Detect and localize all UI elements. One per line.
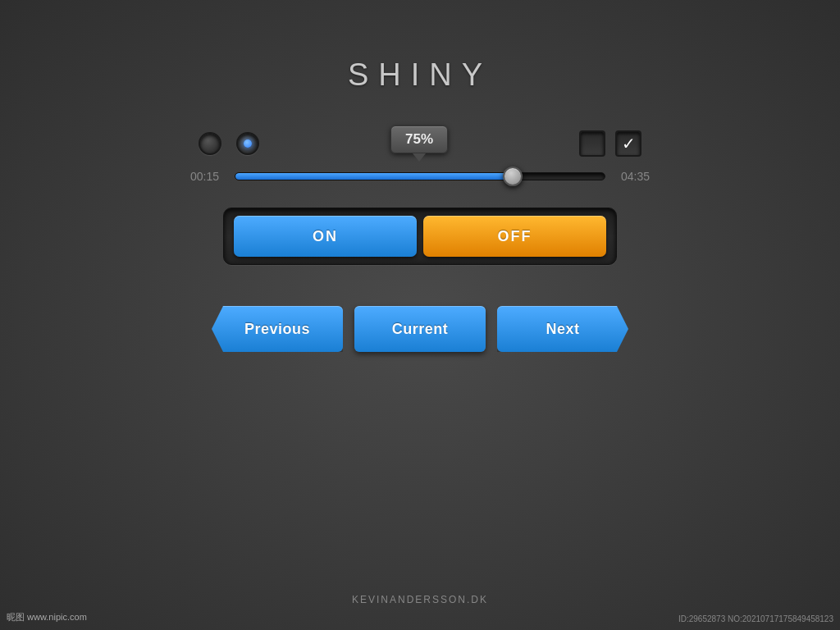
- current-button[interactable]: Current: [354, 306, 486, 352]
- radio-button-1[interactable]: [199, 132, 221, 155]
- value-tooltip: 75%: [390, 126, 448, 162]
- slider-thumb[interactable]: [503, 167, 523, 186]
- checkbox-checked[interactable]: ✓: [615, 130, 641, 157]
- controls-row: 75% ✓: [182, 126, 658, 162]
- next-button[interactable]: Next: [497, 306, 628, 352]
- radio-group: [199, 132, 259, 155]
- ui-container: 75% ✓ 00:15 04:35 ON OFF Previous Curren…: [182, 126, 658, 385]
- slider-track-bg: [235, 172, 605, 180]
- slider-section: 00:15 04:35: [182, 170, 658, 183]
- previous-button[interactable]: Previous: [212, 306, 343, 352]
- slider-fill: [235, 173, 513, 180]
- page-title: SHINY: [348, 57, 492, 93]
- time-start-label: 00:15: [190, 170, 223, 183]
- nav-row: Previous Current Next: [212, 306, 628, 352]
- watermark-nipic: 昵图 www.nipic.com: [7, 611, 87, 623]
- toggle-off-button[interactable]: OFF: [423, 216, 606, 257]
- credit-text: KEVINANDERSSON.DK: [352, 594, 488, 605]
- toggle-bar: ON OFF: [223, 208, 617, 265]
- slider-value-display: 75%: [390, 126, 448, 153]
- tooltip-arrow: [413, 153, 426, 162]
- checkbox-group: ✓: [579, 130, 641, 157]
- watermark-id: ID:29652873 NO:20210717175849458123: [678, 614, 833, 623]
- radio-button-2[interactable]: [236, 132, 259, 155]
- checkbox-empty[interactable]: [579, 130, 605, 157]
- toggle-on-button[interactable]: ON: [234, 216, 417, 257]
- time-end-label: 04:35: [617, 170, 650, 183]
- slider-track[interactable]: [235, 171, 605, 182]
